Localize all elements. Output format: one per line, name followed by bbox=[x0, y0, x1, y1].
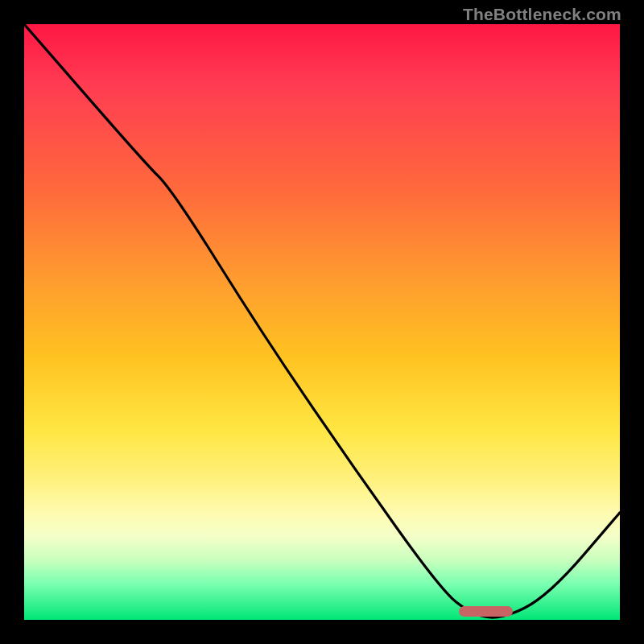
curve-path bbox=[24, 24, 620, 617]
bottleneck-curve bbox=[24, 24, 620, 620]
chart-frame: TheBottleneck.com bbox=[0, 0, 644, 644]
chart-plot-area bbox=[24, 24, 620, 620]
optimal-range-marker bbox=[459, 606, 513, 617]
watermark-text: TheBottleneck.com bbox=[463, 5, 621, 24]
